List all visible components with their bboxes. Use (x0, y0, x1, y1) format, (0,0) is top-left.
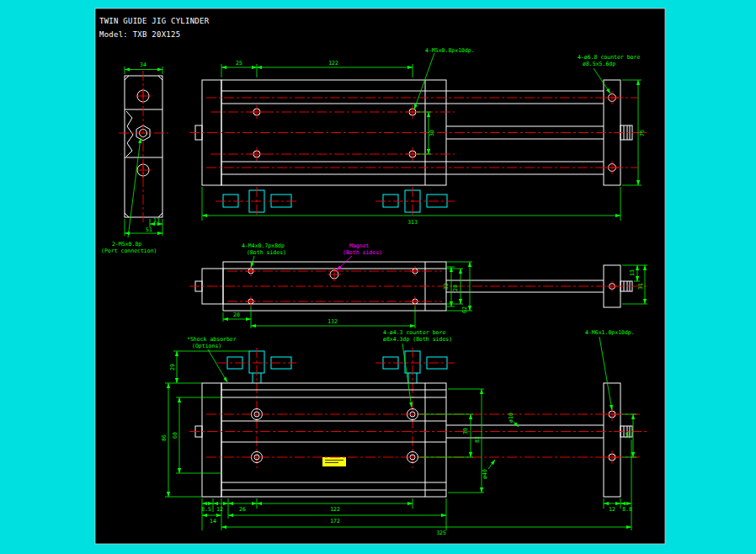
cbore-note: 4-ø4.3 counter bore (383, 329, 445, 336)
port-note: 2-M5x0.8p (112, 241, 141, 248)
dim-label-36: 36 (625, 432, 631, 439)
cbore-note: 4-ø6.8 counter bore (578, 54, 640, 61)
dim-label-172: 172 (330, 518, 340, 525)
option-note-2: (Options) (192, 343, 221, 349)
drawing-canvas[interactable] (95, 8, 665, 544)
port-note-2: (Port connection) (101, 248, 157, 254)
dim-label-51: 51 (146, 226, 152, 233)
dim-label-132: 132 (327, 318, 338, 325)
dim-label-20: 20 (233, 312, 240, 318)
cbore-note-2: ø8x4.3dp (Both sides) (383, 336, 452, 343)
thread-note: 4-M5x0.8px10dp. (425, 47, 475, 54)
dim-label-28: 28 (452, 285, 459, 291)
brand-label (322, 457, 346, 466)
dim-label-325: 325 (436, 530, 446, 536)
dim-label-82: 82 (474, 436, 481, 443)
thread-note: 4-M4x0.7px8dp (242, 242, 285, 249)
dim-label-34: 34 (140, 61, 146, 68)
dim-label-31: 31 (637, 283, 644, 290)
drawing-model: Model: TXB 20X125 (99, 30, 180, 39)
thread-note: 4-M6x1.0px10dp. (585, 329, 635, 336)
dim-label-76: 76 (639, 130, 646, 136)
drawing-title: TWIN GUIDE JIG CYLINDER (99, 17, 210, 25)
dim-label-13: 13 (629, 269, 636, 276)
dim-label-13: 13 (153, 217, 160, 224)
dim-label-26: 26 (239, 506, 246, 513)
dim-label-29: 29 (169, 364, 176, 370)
dim-label-86: 86 (161, 434, 168, 441)
dim-label-313: 313 (407, 219, 418, 226)
dim-label-8-5: 8.5 (201, 506, 211, 513)
dim-label-62: 62 (461, 306, 468, 313)
dim-label-60: 60 (172, 432, 178, 439)
magnet-note: Magnet (349, 242, 370, 249)
dim-label-25: 25 (236, 60, 242, 67)
dim-label-122: 122 (330, 506, 340, 513)
dim-label-32: 32 (443, 283, 450, 290)
dim-label-12-left: 12 (216, 506, 223, 513)
dim-label-8-8: 8.8 (622, 506, 632, 513)
dim-label-14: 14 (210, 518, 216, 525)
thread-note-2: (Both sides) (247, 249, 286, 256)
dia-label-rod: ø10 (508, 413, 514, 423)
dim-label-122: 122 (328, 60, 338, 67)
option-note: *Shock absorber (187, 336, 237, 343)
dia-label-bore: ø40 (482, 469, 488, 479)
dim-label-30: 30 (429, 130, 435, 136)
magnet-note-2: (Both sides) (343, 249, 382, 256)
dim-label-12-right: 12 (609, 506, 615, 513)
cad-workspace: TWIN GUIDE JIG CYLINDER Model: TXB 20X12… (0, 0, 756, 554)
dim-label-30: 30 (462, 428, 469, 434)
cbore-note-2: ø8.5x5.6dp (583, 61, 615, 67)
